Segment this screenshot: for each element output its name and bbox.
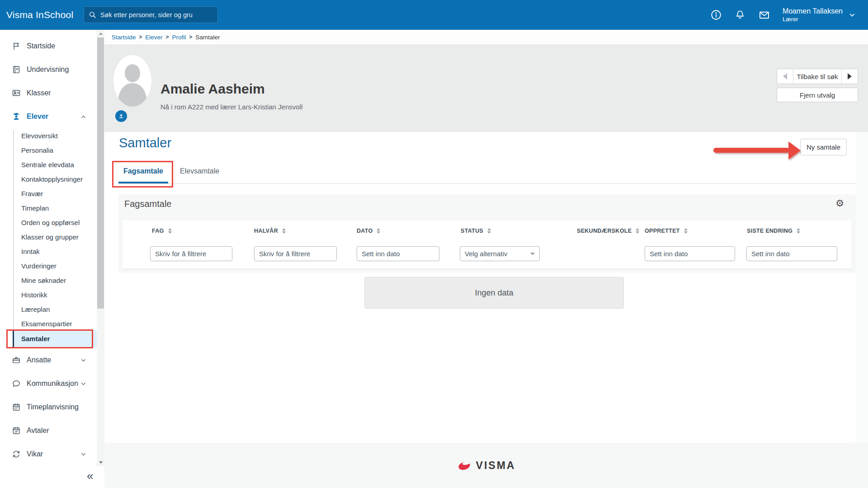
sidebar-item-samtaler[interactable]: Samtaler <box>13 330 97 347</box>
tab-elevsamtale[interactable]: Elevsamtale <box>176 159 223 183</box>
app-logo[interactable]: Visma InSchool <box>6 0 73 30</box>
sidebar-item-sentrale-elevdata[interactable]: Sentrale elevdata <box>14 157 97 172</box>
sidebar-item-timeplan[interactable]: Timeplan <box>14 201 97 215</box>
filter-opprettet-input[interactable] <box>645 246 735 261</box>
sidebar-item-startside[interactable]: Startside <box>0 34 97 58</box>
info-icon[interactable] <box>710 9 722 21</box>
column-header-sekundaerskole: SEKUNDÆRSKOLE <box>577 228 639 234</box>
sidebar: Startside Undervisning Klasser Elever El… <box>0 30 104 488</box>
sidebar-collapse-button[interactable]: « <box>87 469 93 483</box>
sidebar-item-undervisning[interactable]: Undervisning <box>0 58 97 81</box>
person-silhouette-icon <box>113 55 151 107</box>
scroll-down-button[interactable] <box>97 459 104 466</box>
filter-dato-input[interactable] <box>357 246 439 261</box>
sidebar-subitem-label: Orden og oppførsel <box>21 219 80 226</box>
sidebar-item-fravaer[interactable]: Fravær <box>14 186 97 201</box>
sidebar-item-timeplanvisning[interactable]: Timeplanvisning <box>0 395 97 419</box>
filter-fag-input[interactable] <box>150 246 232 261</box>
sidebar-item-inntak[interactable]: Inntak <box>14 244 97 258</box>
upload-photo-button[interactable] <box>115 110 127 122</box>
notifications-bell-icon[interactable] <box>734 9 746 21</box>
sidebar-item-kontaktopplysninger[interactable]: Kontaktopplysninger <box>14 172 97 186</box>
topbar: Visma InSchool Moamen Tallaksen Lærer <box>0 0 868 30</box>
sidebar-item-klasser-og-grupper[interactable]: Klasser og grupper <box>14 230 97 244</box>
sidebar-item-label: Startside <box>27 42 55 50</box>
filter-halvar-input[interactable] <box>254 246 337 261</box>
sidebar-item-elever[interactable]: Elever <box>0 105 97 128</box>
tab-fagsamtale[interactable]: Fagsamtale <box>118 159 168 183</box>
user-name: Moamen Tallaksen <box>783 7 843 16</box>
sidebar-subitem-label: Kontaktopplysninger <box>21 175 83 183</box>
sidebar-scrollbar[interactable] <box>97 30 104 466</box>
next-student-button[interactable] <box>841 69 858 84</box>
sidebar-subitem-label: Vurderinger <box>21 262 57 270</box>
page-root: Visma InSchool Moamen Tallaksen Lærer <box>0 0 868 488</box>
user-menu[interactable]: Moamen Tallaksen Lærer <box>783 7 856 23</box>
sidebar-item-avtaler[interactable]: Avtaler <box>0 419 97 442</box>
sidebar-item-orden-og-oppforsel[interactable]: Orden og oppførsel <box>14 215 97 230</box>
back-to-search-button[interactable]: Tilbake til søk <box>793 69 841 84</box>
sidebar-subitem-label: Samtaler <box>21 335 50 343</box>
chevron-down-icon <box>80 451 87 458</box>
sidebar-subitem-label: Læreplan <box>21 305 50 313</box>
calendar-check-icon <box>12 426 21 435</box>
column-header-dato: DATO <box>357 228 380 234</box>
sidebar-item-personalia[interactable]: Personalia <box>14 143 97 157</box>
student-status-line: Nå i rom A222 med lærer Lars-Kristian Je… <box>160 103 302 111</box>
scroll-up-button[interactable] <box>97 30 104 38</box>
gear-icon[interactable]: ⚙ <box>835 198 844 209</box>
book-icon <box>12 65 21 74</box>
messages-envelope-icon[interactable] <box>758 9 770 21</box>
avatar <box>113 55 151 107</box>
chevron-down-icon <box>848 11 856 19</box>
empty-state: Ingen data <box>364 277 624 309</box>
filter-status-select[interactable]: Velg alternativ <box>460 246 540 261</box>
chevron-down-icon <box>80 357 87 364</box>
scrollbar-thumb[interactable] <box>97 38 104 309</box>
section-title: Fagsamtale <box>124 199 172 209</box>
breadcrumb-separator: > <box>166 34 169 40</box>
sort-icon[interactable] <box>684 228 688 234</box>
sidebar-item-label: Kommunikasjon <box>27 380 78 388</box>
sidebar-item-historikk[interactable]: Historikk <box>14 287 97 302</box>
flag-icon <box>12 42 21 51</box>
sidebar-subitem-label: Mine søknader <box>21 277 66 284</box>
sidebar-subitem-label: Elevoversikt <box>21 132 58 140</box>
sort-icon[interactable] <box>487 228 491 234</box>
breadcrumb-startside[interactable]: Startside <box>112 34 136 41</box>
breadcrumb-profil[interactable]: Profil <box>172 34 186 41</box>
clear-selection-button[interactable]: Fjern utvalg <box>777 88 858 102</box>
sidebar-item-vikar[interactable]: Vikar <box>0 442 97 466</box>
sidebar-item-elevoversikt[interactable]: Elevoversikt <box>14 128 97 143</box>
breadcrumb-current: Samtaler <box>195 34 220 41</box>
sort-icon[interactable] <box>377 228 380 234</box>
previous-student-button[interactable] <box>777 69 793 84</box>
sidebar-item-vurderinger[interactable]: Vurderinger <box>14 258 97 273</box>
sort-icon[interactable] <box>168 228 172 234</box>
arrow-right-icon <box>848 73 852 80</box>
visma-logo: VISMA <box>457 460 516 472</box>
card-right-margin <box>856 132 868 443</box>
sidebar-item-label: Ansatte <box>27 356 51 364</box>
sidebar-item-laereplan[interactable]: Læreplan <box>14 302 97 316</box>
sidebar-item-mine-soknader[interactable]: Mine søknader <box>14 273 97 287</box>
sort-icon[interactable] <box>797 228 800 234</box>
sidebar-item-ansatte[interactable]: Ansatte <box>0 348 97 372</box>
chevron-down-icon <box>530 253 535 255</box>
sidebar-item-kommunikasjon[interactable]: Kommunikasjon <box>0 372 97 395</box>
profile-header: Amalie Aasheim Nå i rom A222 med lærer L… <box>104 44 868 132</box>
filter-siste-endring-input[interactable] <box>746 246 837 261</box>
column-header-status: STATUS <box>461 228 491 234</box>
sidebar-subitem-label: Eksamenspartier <box>21 320 72 328</box>
sidebar-item-eksamenspartier[interactable]: Eksamenspartier <box>14 316 97 331</box>
sort-icon[interactable] <box>636 228 639 234</box>
sidebar-item-klasser[interactable]: Klasser <box>0 81 97 105</box>
search-input[interactable] <box>100 11 213 19</box>
sidebar-subitem-label: Personalia <box>21 146 53 154</box>
new-conversation-button[interactable]: Ny samtale <box>800 139 847 155</box>
conversation-tabs: Fagsamtale Elevsamtale <box>118 159 856 184</box>
breadcrumb: Startside > Elever > Profil > Samtaler <box>104 30 868 44</box>
sort-icon[interactable] <box>282 228 286 234</box>
breadcrumb-elever[interactable]: Elever <box>145 34 162 41</box>
breadcrumb-separator: > <box>189 34 192 40</box>
